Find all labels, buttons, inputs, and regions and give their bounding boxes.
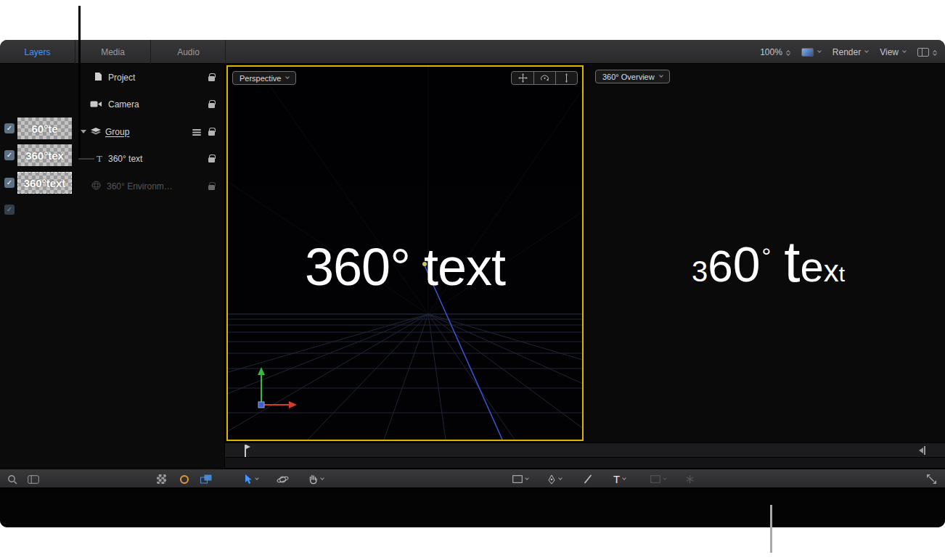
camera-tools	[511, 71, 578, 85]
page: { "accents": { "tab_active_blue": "#3f97…	[0, 0, 945, 560]
text-tool[interactable]: T	[613, 469, 626, 489]
checkbox-group[interactable]: ✓	[4, 150, 15, 160]
checkerboard-icon	[157, 474, 166, 484]
overview-menu-button[interactable]: 360° Overview	[595, 70, 670, 83]
checkbox-360-text[interactable]: ✓	[4, 178, 15, 188]
project-pane-toggle[interactable]	[28, 469, 39, 489]
thumbnail-camera[interactable]: 60°te	[17, 118, 72, 139]
origin-handle[interactable]	[258, 402, 264, 408]
resize-canvas-button[interactable]	[926, 469, 937, 489]
y-axis-arrow[interactable]	[258, 367, 265, 375]
layer-row-project[interactable]: Project	[77, 64, 225, 91]
mini-timeline[interactable]	[225, 442, 945, 469]
tree-connector	[78, 158, 94, 160]
paint-stroke-tool[interactable]	[584, 469, 592, 489]
lock-icon[interactable]	[208, 157, 215, 162]
color-swatch-icon	[801, 48, 814, 57]
layer-row-environment[interactable]: 360° Environm…	[77, 173, 225, 199]
search-icon	[7, 474, 17, 485]
chevron-down-icon	[817, 49, 822, 53]
zoom-control[interactable]: 100%	[760, 47, 790, 57]
overview-canvas-text: 3 6 0 ° t e x t	[592, 233, 945, 291]
chevron-down-icon	[286, 75, 290, 79]
select-tool[interactable]	[244, 469, 258, 489]
blend-stack-icon[interactable]	[192, 125, 201, 139]
tab-audio[interactable]: Audio	[151, 40, 226, 64]
checkbox-environment[interactable]: ✓	[4, 205, 15, 215]
overview-glyph: t	[784, 233, 800, 291]
search-button[interactable]	[7, 469, 17, 489]
layer-name: 360° text	[108, 154, 143, 164]
overview-glyph: x	[824, 256, 839, 287]
end-marker-bar[interactable]	[924, 446, 925, 455]
project-document-icon	[94, 71, 102, 84]
tab-label: Audio	[177, 47, 200, 57]
render-label: Render	[832, 47, 861, 57]
x-axis-arrow[interactable]	[289, 401, 297, 408]
render-menu[interactable]: Render	[832, 47, 868, 57]
checkmark-icon: ✓	[7, 179, 12, 186]
transparency-checker-toggle[interactable]	[157, 469, 166, 489]
thumbnail-group[interactable]: 360°tex	[17, 144, 72, 166]
layer-name: Group	[105, 127, 129, 137]
pan-camera-button[interactable]	[512, 72, 533, 84]
overview-glyph: 6	[708, 244, 732, 289]
zoom-value: 100%	[760, 47, 782, 57]
view-menu[interactable]: View	[880, 47, 906, 57]
layers-overlay-toggle[interactable]	[200, 469, 212, 489]
mask-tool-disabled	[650, 469, 666, 489]
tab-divider	[225, 40, 226, 64]
thumbnail-text: 360°text	[24, 177, 66, 189]
playhead[interactable]	[245, 445, 246, 457]
display-color-swatch[interactable]	[801, 48, 821, 57]
layer-row-camera[interactable]: Camera	[77, 91, 225, 118]
tab-layers[interactable]: Layers	[0, 40, 75, 64]
chevron-down-icon	[864, 49, 869, 53]
lock-icon[interactable]	[208, 103, 215, 108]
thumbnail-text: 60°te	[31, 123, 57, 135]
color-channel-toggle[interactable]	[180, 469, 189, 489]
orbit-camera-button[interactable]	[533, 72, 555, 84]
pane-icon	[28, 475, 39, 484]
3d-transform-tool[interactable]	[277, 469, 289, 489]
group-layers-icon	[91, 125, 101, 139]
environment-sphere-icon	[91, 180, 101, 193]
star-icon	[685, 474, 695, 484]
tab-media[interactable]: Media	[75, 40, 150, 64]
diagonal-resize-icon	[926, 474, 937, 485]
3d-transform-axes[interactable]	[247, 358, 305, 410]
checkmark-icon: ✓	[7, 206, 12, 213]
bottom-toolbar: T	[0, 469, 945, 488]
text-tool-icon: T	[613, 473, 620, 485]
lock-icon[interactable]	[208, 185, 215, 190]
timeline-track[interactable]	[225, 443, 945, 458]
lock-icon[interactable]	[208, 131, 215, 136]
text-layer-icon: T	[97, 153, 102, 165]
rectangle-tool[interactable]	[512, 469, 528, 489]
callout-line-to-text-layer	[78, 6, 81, 158]
overview-glyph: 3	[692, 257, 708, 286]
layout-panes-control[interactable]	[917, 48, 936, 57]
hand-tool[interactable]	[308, 469, 324, 489]
top-bar: Layers Media Audio 100% Render View	[0, 40, 945, 64]
bezier-tool[interactable]	[547, 469, 562, 489]
thumbnail-text: 360°tex	[25, 149, 64, 162]
lock-icon[interactable]	[208, 76, 215, 81]
layer-row-group[interactable]: Group	[77, 118, 225, 145]
layer-name: Project	[108, 73, 135, 83]
chevron-down-icon	[558, 476, 562, 480]
motion-window: Layers Media Audio 100% Render View	[0, 40, 945, 527]
dolly-camera-button[interactable]	[555, 72, 577, 84]
layer-name: 360° Environm…	[107, 181, 173, 192]
camera-menu-button[interactable]: Perspective	[232, 71, 296, 85]
layer-row-360-text[interactable]: T 360° text	[77, 145, 225, 172]
canvas-viewport-perspective[interactable]: 360° text Perspective	[226, 65, 584, 441]
disclosure-triangle-icon[interactable]	[81, 130, 86, 133]
blue-rectangles-icon	[200, 474, 212, 484]
checkbox-camera[interactable]: ✓	[4, 123, 15, 133]
overview-glyph: t	[839, 263, 845, 285]
thumbnail-360-text[interactable]: 360°text	[17, 172, 72, 194]
chevron-down-icon	[663, 476, 667, 480]
tab-label: Media	[101, 47, 125, 57]
canvas-text-object[interactable]: 360° text	[228, 241, 582, 293]
